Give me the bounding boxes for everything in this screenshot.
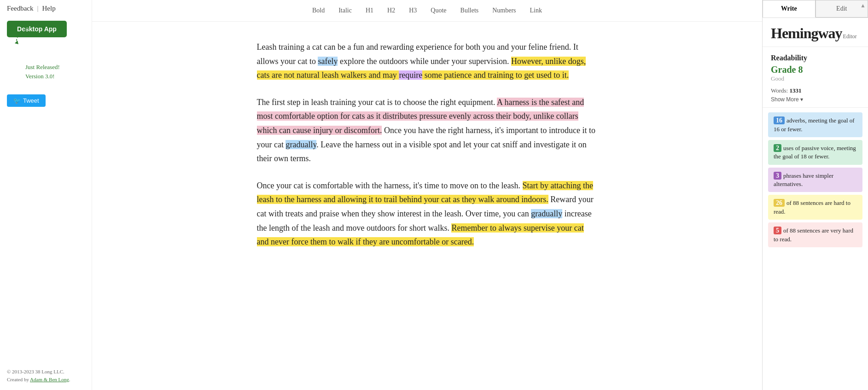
center-panel: Bold Italic H1 H2 H3 Quote Bullets Numbe… [92,0,762,390]
grade-label: Good [771,75,860,82]
paragraph-1: Leash training a cat can be a fun and re… [257,40,598,82]
italic-button[interactable]: Italic [338,7,352,14]
stat-badge-3: 26of 88 sentences are hard to read. [768,195,862,220]
just-released-label: Just Released! Version 3.0! [25,63,60,81]
arrow-decoration [14,26,37,47]
adverb-highlight-gradually: gradually [285,140,316,149]
numbers-button[interactable]: Numbers [492,7,516,14]
stat-num-2: 3 [774,172,781,180]
write-tab[interactable]: Write [763,0,816,17]
write-edit-tabs: Write Edit ▲ [763,0,868,18]
show-more-button[interactable]: Show More ▾ [771,96,803,103]
hemingway-logo: HemingwayEditor [763,18,868,47]
words-line: Words: 1331 [771,87,860,94]
footer-text: © 2013-2023 38 Long LLC. Created by Adam… [7,368,70,383]
quote-button[interactable]: Quote [431,7,446,14]
h1-button[interactable]: H1 [366,7,373,14]
stat-num-1: 2 [774,144,781,152]
link-button[interactable]: Link [530,7,542,14]
copyright-text: © 2013-2023 38 Long LLC. [7,368,70,376]
svg-marker-0 [15,41,18,44]
bold-button[interactable]: Bold [312,7,325,14]
hard-sentence-2: A harness is the safest and most comfort… [257,98,584,135]
hard-sentence-3: Start by attaching the leash to the harn… [257,181,594,204]
created-by-text: Created by Adam & Ben Long. [7,376,70,384]
grade-value: Grade 8 [771,64,860,75]
stat-badge-4: 5of 88 sentences are very hard to read. [768,222,862,247]
scroll-up-button[interactable]: ▲ [860,2,866,9]
feedback-link[interactable]: Feedback [7,5,33,12]
chevron-down-icon: ▾ [800,96,803,103]
stat-num-3: 26 [774,199,785,207]
adverb-highlight-safely: safely [318,57,338,66]
words-label: Words: [771,87,788,94]
stat-badge-0: 16adverbs, meeting the goal of 16 or few… [768,112,862,137]
stats-section: 16adverbs, meeting the goal of 16 or few… [763,108,868,252]
hard-sentence-1: However, unlike dogs, cats are not natur… [257,57,586,80]
nav-separator: | [37,5,38,12]
tweet-label: Tweet [23,97,39,104]
formatting-toolbar: Bold Italic H1 H2 H3 Quote Bullets Numbe… [92,0,762,22]
editor-area[interactable]: Leash training a cat can be a fun and re… [220,22,635,390]
readability-section: Readability Grade 8 Good Words: 1331 Sho… [763,47,868,108]
stat-badge-1: 2uses of passive voice, meeting the goal… [768,140,862,165]
stat-num-0: 16 [774,116,785,124]
left-sidebar: Feedback | Help Desktop App Just Release… [0,0,92,390]
twitter-icon: 🐦 [13,97,21,104]
help-link[interactable]: Help [42,5,56,12]
adverb-highlight-gradually2: gradually [531,209,562,218]
logo-title: Hemingway [771,25,842,41]
tweet-button[interactable]: 🐦 Tweet [7,94,46,107]
show-more-label: Show More [771,96,799,103]
stat-badge-2: 3phrases have simpler alternatives. [768,168,862,192]
bullets-button[interactable]: Bullets [460,7,479,14]
stat-num-4: 5 [774,227,781,234]
paragraph-2: The first step in leash training your ca… [257,95,598,166]
logo-subtitle: Editor [843,33,857,40]
h2-button[interactable]: H2 [387,7,395,14]
readability-title: Readability [771,54,860,62]
author-link[interactable]: Adam & Ben Long [30,377,69,382]
right-sidebar: Write Edit ▲ HemingwayEditor Readability… [762,0,868,390]
hard-sentence-4: Remember to always supervise your cat an… [257,223,584,247]
top-nav: Feedback | Help [7,5,56,12]
h3-button[interactable]: H3 [409,7,417,14]
simpler-alt-require: require [399,70,422,80]
paragraph-3: Once your cat is comfortable with the ha… [257,179,598,249]
words-count: 1331 [789,87,801,94]
